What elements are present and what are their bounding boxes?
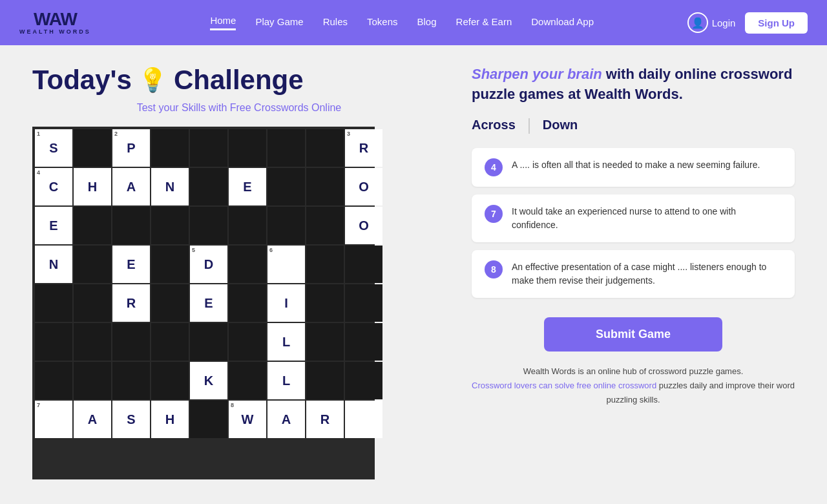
cell-2-0[interactable]: E [35, 207, 72, 244]
user-icon: 👤 [687, 12, 708, 33]
navbar: WAW WEALTH WORDS Home Play Game Rules To… [0, 0, 827, 45]
cell-1-3[interactable]: N [151, 168, 189, 205]
cell-3-5 [229, 246, 266, 283]
left-panel: Today's 💡 Challenge Test your Skills wit… [32, 65, 446, 485]
clue-card-7: 7It would take an experienced nurse to a… [472, 194, 795, 242]
cell-1-1[interactable]: H [74, 168, 111, 205]
cell-3-0[interactable]: N [35, 246, 72, 283]
cell-7-7[interactable]: R [306, 401, 344, 438]
cell-4-2[interactable]: R [112, 284, 150, 322]
cell-0-4 [190, 129, 227, 167]
cell-5-0 [35, 323, 72, 361]
cell-7-2[interactable]: S [112, 401, 150, 438]
cell-0-5 [229, 129, 266, 167]
cell-5-6[interactable]: L [267, 323, 305, 361]
cell-7-5[interactable]: 8W [229, 401, 266, 438]
submit-button[interactable]: Submit Game [544, 317, 722, 352]
clue-card-4: 4A .... is often all that is needed to m… [472, 148, 795, 187]
cell-6-6[interactable]: L [267, 362, 305, 399]
cell-5-2 [112, 323, 150, 361]
cell-4-6[interactable]: I [267, 284, 305, 322]
logo-sub: WEALTH WORDS [19, 28, 91, 35]
clue-text-8: An effective presentation of a case migh… [512, 260, 782, 288]
cell-1-2[interactable]: A [112, 168, 150, 205]
cell-2-1 [74, 207, 111, 244]
cell-6-1 [74, 362, 111, 399]
cell-0-3 [151, 129, 189, 167]
login-button[interactable]: 👤 Login [687, 12, 736, 33]
nav-blog[interactable]: Blog [417, 16, 437, 30]
cell-1-6 [267, 168, 305, 205]
subtitle: Test your Skills with Free Crosswords On… [32, 102, 446, 114]
right-header: Sharpen your brain with daily online cro… [472, 65, 795, 105]
cell-0-6 [267, 129, 305, 167]
nav-home[interactable]: Home [210, 15, 236, 30]
cell-1-0[interactable]: 4C [35, 168, 72, 205]
cell-1-7 [306, 168, 344, 205]
logo-text: WAW [34, 10, 77, 28]
cell-0-8[interactable]: 3R [345, 129, 382, 167]
tab-across[interactable]: Across [472, 118, 516, 135]
cell-3-8 [345, 246, 382, 283]
cell-2-8[interactable]: O [345, 207, 382, 244]
cell-3-1 [74, 246, 111, 283]
cell-4-3 [151, 284, 189, 322]
nav-refer-earn[interactable]: Refer & Earn [456, 16, 512, 30]
cell-7-0[interactable]: 7 [35, 401, 72, 438]
clue-num-4: 4 [485, 158, 503, 176]
cell-7-8[interactable] [345, 401, 382, 438]
footer-link[interactable]: Crossword lovers can solve free online c… [472, 381, 656, 390]
clue-num-7: 7 [485, 205, 503, 223]
cell-5-1 [74, 323, 111, 361]
logo[interactable]: WAW WEALTH WORDS [19, 10, 91, 35]
submit-section: Submit Game Wealth Words is an online hu… [472, 317, 795, 407]
cell-5-5 [229, 323, 266, 361]
nav-tokens[interactable]: Tokens [367, 16, 398, 30]
cell-4-4[interactable]: E [190, 284, 227, 322]
challenge-title: Today's 💡 Challenge [32, 65, 446, 96]
cell-4-0 [35, 284, 72, 322]
cell-3-7 [306, 246, 344, 283]
cell-2-6 [267, 207, 305, 244]
cell-7-6[interactable]: A [267, 401, 305, 438]
cell-3-4[interactable]: 5D [190, 246, 227, 283]
right-panel: Sharpen your brain with daily online cro… [472, 65, 795, 485]
cell-4-5 [229, 284, 266, 322]
crossword-grid[interactable]: 1S2P3R4CHANEOEONE5D6REILKL7ASH8WAR [35, 129, 372, 477]
cell-6-4[interactable]: K [190, 362, 227, 399]
nav-download-app[interactable]: Download App [531, 16, 594, 30]
cell-1-5[interactable]: E [229, 168, 266, 205]
clue-text-7: It would take an experienced nurse to at… [512, 205, 782, 232]
cell-6-5 [229, 362, 266, 399]
cell-3-3 [151, 246, 189, 283]
cell-6-7 [306, 362, 344, 399]
cell-5-8 [345, 323, 382, 361]
cell-7-1[interactable]: A [74, 401, 111, 438]
cell-4-1 [74, 284, 111, 322]
cell-7-3[interactable]: H [151, 401, 189, 438]
crossword-grid-container: 1S2P3R4CHANEOEONE5D6REILKL7ASH8WAR [32, 127, 375, 479]
cell-2-7 [306, 207, 344, 244]
cell-4-8 [345, 284, 382, 322]
cell-7-4 [190, 401, 227, 438]
cell-6-0 [35, 362, 72, 399]
cell-1-8[interactable]: O [345, 168, 382, 205]
cell-6-3 [151, 362, 189, 399]
cell-3-2[interactable]: E [112, 246, 150, 283]
tagline-italic: Sharpen your brain [472, 66, 602, 82]
challenge-text: Challenge [174, 65, 304, 96]
cell-0-7 [306, 129, 344, 167]
bulb-icon: 💡 [138, 67, 167, 94]
cell-0-2[interactable]: 2P [112, 129, 150, 167]
cell-4-7 [306, 284, 344, 322]
nav-play-game[interactable]: Play Game [255, 16, 303, 30]
tab-down[interactable]: Down [543, 118, 578, 135]
cell-0-0[interactable]: 1S [35, 129, 72, 167]
cell-0-1 [74, 129, 111, 167]
cell-3-6[interactable]: 6 [267, 246, 305, 283]
nav-rules[interactable]: Rules [323, 16, 348, 30]
clue-card-8: 8An effective presentation of a case mig… [472, 250, 795, 298]
login-label: Login [712, 17, 736, 28]
signup-button[interactable]: Sign Up [745, 12, 808, 34]
nav-links: Home Play Game Rules Tokens Blog Refer &… [117, 15, 687, 30]
